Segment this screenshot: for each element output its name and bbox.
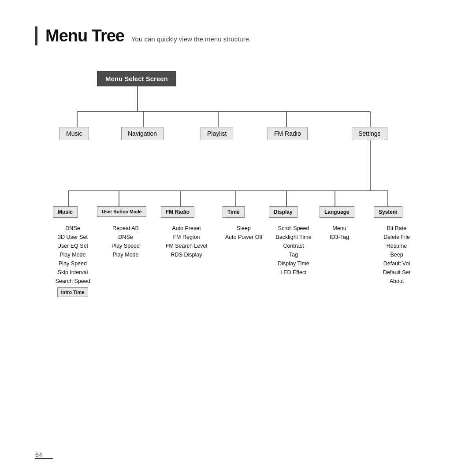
music-item-5: Play Speed bbox=[48, 259, 97, 268]
l1-settings-label: Settings bbox=[352, 127, 387, 140]
music-item-3: User EQ Set bbox=[48, 242, 97, 250]
fmr-item-2: FM Region bbox=[158, 233, 215, 242]
disp-item-6: LED Effect bbox=[267, 268, 320, 277]
col-fmradio: Auto Preset FM Region FM Search Level RD… bbox=[158, 224, 215, 259]
l1-navigation-label: Navigation bbox=[121, 127, 164, 140]
l2-display-node: Display bbox=[269, 206, 298, 218]
ubm-item-2: DNSe bbox=[99, 233, 152, 242]
l1-playlist-node: Playlist bbox=[201, 127, 233, 140]
root-node: Menu Select Screen bbox=[97, 71, 176, 86]
disp-item-2: Backlight Time bbox=[267, 233, 320, 242]
time-item-2: Auto Power Off bbox=[215, 233, 272, 242]
lang-item-1: Menu bbox=[320, 224, 359, 233]
disp-item-5: Display Time bbox=[267, 259, 320, 268]
col-display: Scroll Speed Backlight Time Contrast Tag… bbox=[267, 224, 320, 277]
page-title: Menu Tree bbox=[45, 26, 124, 45]
music-item-8: Intro Time bbox=[57, 287, 89, 297]
l1-fmradio-node: FM Radio bbox=[268, 127, 308, 140]
ubm-item-4: Play Mode bbox=[99, 250, 152, 259]
l2-system-node: System bbox=[374, 206, 402, 218]
sys-item-4: Beep bbox=[370, 250, 423, 259]
lang-item-2: ID3-Tag bbox=[320, 233, 359, 242]
music-item-2: 3D User Set bbox=[48, 233, 97, 242]
l1-playlist-label: Playlist bbox=[201, 127, 233, 140]
sys-item-3: Resume bbox=[370, 242, 423, 250]
l2-ubm-node: User Button Mode bbox=[97, 206, 146, 217]
l1-settings-node: Settings bbox=[352, 127, 387, 140]
disp-item-3: Contrast bbox=[267, 242, 320, 250]
ubm-item-1: Repeat AB bbox=[99, 224, 152, 233]
disp-item-4: Tag bbox=[267, 250, 320, 259]
l1-navigation-node: Navigation bbox=[121, 127, 164, 140]
sys-item-2: Delete File bbox=[370, 233, 423, 242]
l2-system-label: System bbox=[374, 206, 402, 218]
page-subtitle: You can quickly view the menu structure. bbox=[131, 35, 251, 43]
music-item-6: Skip Interval bbox=[48, 268, 97, 277]
l1-fmradio-label: FM Radio bbox=[268, 127, 308, 140]
sys-item-1: Bit Rate bbox=[370, 224, 423, 233]
music-item-7: Search Speed bbox=[48, 277, 97, 286]
l2-language-label: Language bbox=[320, 206, 354, 218]
fmr-item-1: Auto Preset bbox=[158, 224, 215, 233]
col-music: DNSe 3D User Set User EQ Set Play Mode P… bbox=[48, 224, 97, 297]
sys-item-6: Default Set bbox=[370, 268, 423, 277]
l2-language-node: Language bbox=[320, 206, 354, 218]
col-time: Sleep Auto Power Off bbox=[215, 224, 272, 242]
l2-music-label: Music bbox=[53, 206, 78, 218]
l2-time-node: Time bbox=[223, 206, 245, 218]
disp-item-1: Scroll Speed bbox=[267, 224, 320, 233]
page: Menu Tree You can quickly view the menu … bbox=[0, 0, 476, 476]
l2-ubm-label: User Button Mode bbox=[97, 206, 146, 217]
col-system: Bit Rate Delete File Resume Beep Default… bbox=[370, 224, 423, 286]
music-item-1: DNSe bbox=[48, 224, 97, 233]
l2-fmradio-label: FM Radio bbox=[161, 206, 194, 218]
page-number: 64 bbox=[35, 451, 42, 458]
col-language: Menu ID3-Tag bbox=[320, 224, 359, 242]
l1-music-node: Music bbox=[60, 127, 89, 140]
root-label: Menu Select Screen bbox=[97, 71, 176, 86]
sys-item-5: Default Vol bbox=[370, 259, 423, 268]
sys-item-7: About bbox=[370, 277, 423, 286]
tree-container: Menu Select Screen Music Navigation Play… bbox=[35, 67, 441, 429]
col-ubm: Repeat AB DNSe Play Speed Play Mode bbox=[99, 224, 152, 259]
music-item-4: Play Mode bbox=[48, 250, 97, 259]
fmr-item-4: RDS Display bbox=[158, 250, 215, 259]
time-item-1: Sleep bbox=[215, 224, 272, 233]
l2-time-label: Time bbox=[223, 206, 245, 218]
page-header: Menu Tree You can quickly view the menu … bbox=[35, 26, 441, 45]
l2-music-node: Music bbox=[53, 206, 78, 218]
ubm-item-3: Play Speed bbox=[99, 242, 152, 250]
l1-music-label: Music bbox=[60, 127, 89, 140]
l2-fmradio-node: FM Radio bbox=[161, 206, 194, 218]
l2-display-label: Display bbox=[269, 206, 298, 218]
fmr-item-3: FM Search Level bbox=[158, 242, 215, 250]
